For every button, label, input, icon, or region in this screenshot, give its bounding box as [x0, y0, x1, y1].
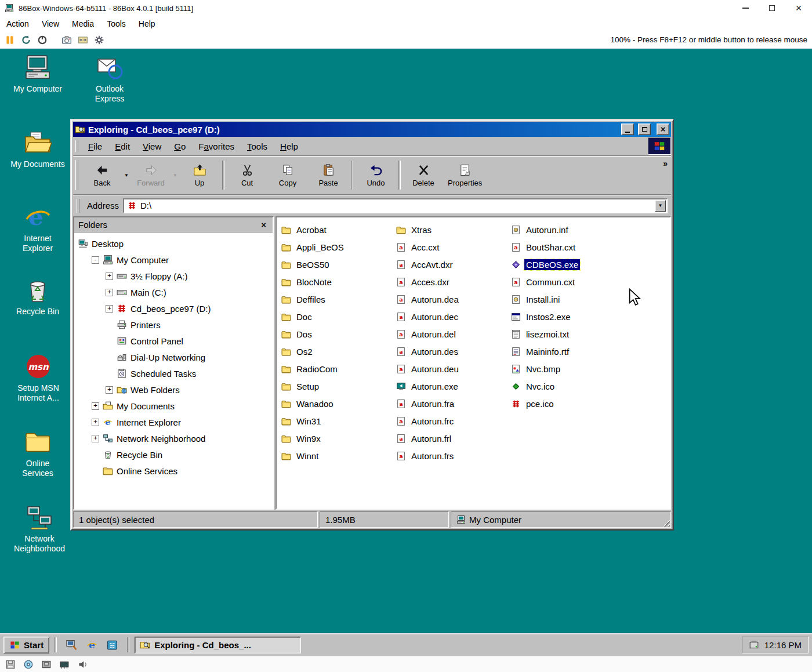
file-item-autorun-frl[interactable]: aAutorun.frl — [396, 430, 511, 447]
tree-item-3-floppy-a[interactable]: +3½ Floppy (A:) — [74, 268, 273, 284]
tree-item-my-computer[interactable]: -My Computer — [74, 252, 273, 268]
file-item-os2[interactable]: Os2 — [281, 343, 396, 360]
toolbar-overflow-chevron[interactable]: » — [663, 159, 668, 168]
file-item-win9x[interactable]: Win9x — [281, 430, 396, 447]
tree-toggle[interactable]: + — [106, 305, 113, 313]
tree-toggle[interactable]: + — [106, 386, 113, 394]
cassette-icon[interactable] — [78, 35, 88, 45]
tree-item-cd-beos-pce97-d[interactable]: +Cd_beos_pce97 (D:) — [74, 300, 273, 317]
cartridge-icon[interactable] — [41, 659, 52, 670]
file-item-autorun-fra[interactable]: aAutorun.fra — [396, 395, 511, 412]
explorer-titlebar[interactable]: Exploring - Cd_beos_pce97 (D:) × — [73, 122, 671, 137]
file-item-win31[interactable]: Win31 — [281, 412, 396, 430]
tree-toggle[interactable]: + — [92, 419, 99, 426]
file-item-acrobat[interactable]: Acrobat — [281, 221, 396, 238]
tree-item-control-panel[interactable]: +Control Panel — [74, 333, 273, 349]
menu-file[interactable]: File — [82, 141, 108, 151]
hard-reset-icon[interactable] — [21, 35, 31, 45]
file-item-nvc-ico[interactable]: Nvc.ico — [511, 377, 626, 395]
properties-button[interactable]: Properties — [444, 159, 486, 191]
cut-button[interactable]: Cut — [227, 159, 267, 191]
desktop-icon-recycle-bin[interactable]: Recycle Bin — [9, 276, 67, 317]
menu-edit[interactable]: Edit — [108, 141, 136, 151]
tree-item-network-neighborhood[interactable]: +Network Neighborhood — [74, 430, 273, 446]
tree-item-desktop[interactable]: Desktop — [74, 235, 273, 252]
paste-button[interactable]: Paste — [308, 159, 349, 191]
up-button[interactable]: Up — [179, 159, 220, 191]
tree-toggle[interactable]: + — [92, 435, 99, 442]
forward-dropdown[interactable]: ▼ — [171, 159, 179, 191]
address-input[interactable]: D:\ ▼ — [123, 198, 668, 213]
file-item-nvc-bmp[interactable]: Nvc.bmp — [511, 360, 626, 377]
screenshot-icon[interactable] — [61, 35, 72, 45]
desktop-icon-internet-explorer[interactable]: eInternet Explorer — [13, 203, 62, 253]
file-item-dos[interactable]: Dos — [281, 325, 396, 343]
emulator-minimize-button[interactable] — [732, 0, 759, 16]
chrome-menu-tools[interactable]: Tools — [100, 19, 132, 28]
file-item-commun-cxt[interactable]: aCommun.cxt — [511, 273, 626, 290]
file-item-blocnote[interactable]: BlocNote — [281, 273, 396, 290]
file-item-wanadoo[interactable]: Wanadoo — [281, 395, 396, 412]
file-item-winnt[interactable]: Winnt — [281, 447, 396, 464]
tray-clock[interactable]: 12:16 PM — [764, 640, 802, 650]
emulator-close-button[interactable]: × — [785, 0, 812, 16]
file-item-lisezmoi-txt[interactable]: lisezmoi.txt — [511, 325, 626, 343]
file-item-autorun-del[interactable]: aAutorun.del — [396, 325, 511, 343]
file-item-doc[interactable]: Doc — [281, 308, 396, 325]
file-item-xtras[interactable]: Xtras — [396, 221, 511, 238]
addressbar-grip[interactable] — [77, 199, 79, 213]
file-item-pce-ico[interactable]: pce.ico — [511, 395, 626, 412]
menu-help[interactable]: Help — [274, 141, 304, 151]
settings-icon[interactable] — [94, 35, 104, 45]
explorer-minimize-button[interactable] — [621, 123, 634, 135]
back-dropdown[interactable]: ▼ — [122, 159, 130, 191]
tree-item-online-services[interactable]: +Online Services — [74, 463, 273, 479]
file-item-radiocom[interactable]: RadioCom — [281, 360, 396, 377]
internet-explorer-icon[interactable]: e — [86, 639, 98, 651]
desktop-icon-outlook-express[interactable]: Outlook Express — [85, 53, 134, 104]
menu-tools[interactable]: Tools — [241, 141, 274, 151]
desktop-icon-my-computer[interactable]: My Computer — [9, 53, 67, 94]
desktop-icon-setup-msn[interactable]: msnSetup MSN Internet A... — [6, 353, 71, 403]
sound-icon[interactable] — [77, 659, 88, 670]
desktop-icon-online-services[interactable]: Online Services — [13, 428, 62, 478]
menu-go[interactable]: Go — [168, 141, 192, 151]
copy-button[interactable]: Copy — [267, 159, 308, 191]
chrome-menu-view[interactable]: View — [35, 19, 66, 28]
ctrl-alt-del-icon[interactable] — [37, 35, 48, 45]
tree-toggle[interactable]: + — [106, 273, 113, 280]
network-card-icon[interactable] — [59, 659, 70, 670]
delete-button[interactable]: Delete — [403, 159, 444, 191]
emulator-titlebar[interactable]: 86Box-Windows-64-b5111 - 86Box 4.0.1 [bu… — [0, 0, 812, 16]
explorer-close-button[interactable]: × — [657, 123, 669, 135]
file-item-instos2-exe[interactable]: Instos2.exe — [511, 308, 626, 325]
file-item-acc-cxt[interactable]: aAcc.cxt — [396, 238, 511, 256]
menu-view[interactable]: View — [136, 141, 168, 151]
file-item-autorun-dec[interactable]: aAutorun.dec — [396, 308, 511, 325]
show-desktop-icon[interactable] — [66, 639, 78, 651]
chrome-menu-action[interactable]: Action — [0, 19, 35, 28]
tree-item-my-documents[interactable]: +My Documents — [74, 398, 273, 414]
desktop-icon-network-neighborhood[interactable]: Network Neighborhood — [3, 503, 75, 554]
tree-toggle[interactable]: + — [92, 402, 99, 410]
pause-icon[interactable] — [5, 35, 15, 45]
file-item-deffiles[interactable]: Deffiles — [281, 290, 396, 308]
start-button[interactable]: Start — [3, 637, 49, 653]
chrome-menu-help[interactable]: Help — [132, 19, 162, 28]
file-item-setup[interactable]: Setup — [281, 377, 396, 395]
tree-item-recycle-bin[interactable]: +Recycle Bin — [74, 446, 273, 463]
floppy-drive-icon[interactable] — [5, 659, 16, 670]
toolbar-grip[interactable] — [75, 160, 78, 190]
tree-item-printers[interactable]: +Printers — [74, 317, 273, 333]
taskbar-explorer-task-button[interactable]: Exploring - Cd_beos_... — [135, 637, 301, 653]
tree-toggle[interactable]: - — [92, 256, 99, 264]
desktop-icon-my-documents[interactable]: My Documents — [6, 129, 70, 169]
tree-toggle[interactable]: + — [106, 289, 113, 296]
tree-item-internet-explorer[interactable]: +eInternet Explorer — [74, 414, 273, 430]
file-item-boutshar-cxt[interactable]: aBoutShar.cxt — [511, 238, 626, 256]
address-dropdown-button[interactable]: ▼ — [655, 200, 666, 212]
file-item-beos50[interactable]: BeOS50 — [281, 256, 396, 273]
explorer-maximize-button[interactable] — [638, 123, 651, 135]
folders-pane-close-button[interactable]: × — [259, 220, 269, 229]
tree-item-dial-up-networking[interactable]: +Dial-Up Networking — [74, 349, 273, 365]
